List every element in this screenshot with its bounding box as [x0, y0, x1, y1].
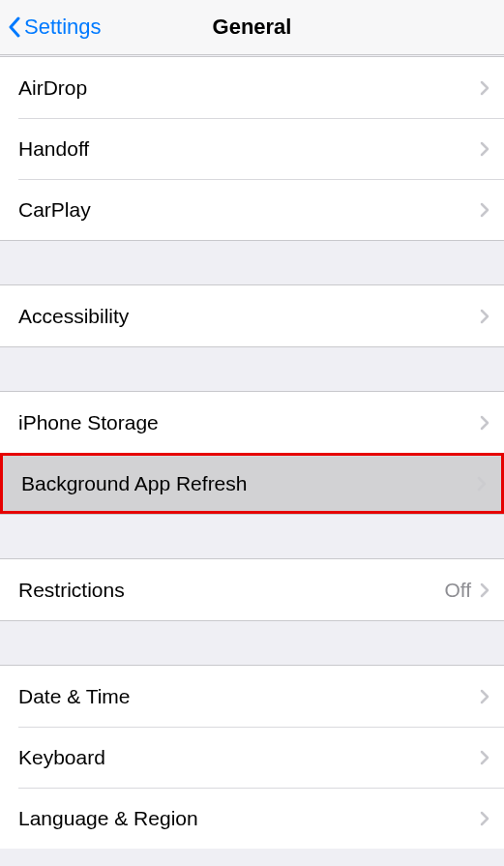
section-regional: Date & Time Keyboard Language & Region	[0, 666, 504, 849]
row-label: Background App Refresh	[21, 472, 477, 495]
row-restrictions[interactable]: Restrictions Off	[0, 559, 504, 620]
row-label: Restrictions	[18, 579, 444, 602]
row-label: Language & Region	[18, 807, 480, 830]
chevron-right-icon	[480, 689, 489, 704]
row-handoff[interactable]: Handoff	[0, 118, 504, 179]
row-label: iPhone Storage	[18, 411, 480, 434]
chevron-right-icon	[480, 415, 489, 431]
row-language-region[interactable]: Language & Region	[0, 788, 504, 849]
row-background-app-refresh[interactable]: Background App Refresh	[0, 453, 504, 514]
row-label: CarPlay	[18, 198, 480, 222]
row-label: AirDrop	[18, 76, 480, 100]
chevron-right-icon	[480, 811, 489, 826]
group-spacer	[0, 514, 504, 559]
section-connectivity: AirDrop Handoff CarPlay	[0, 57, 504, 240]
group-spacer	[0, 620, 504, 666]
chevron-right-icon	[477, 476, 487, 492]
row-label: Keyboard	[18, 746, 480, 769]
row-date-time[interactable]: Date & Time	[0, 666, 504, 727]
chevron-left-icon	[8, 16, 20, 38]
navigation-bar: Settings General	[0, 0, 504, 55]
section-storage: iPhone Storage Background App Refresh	[0, 392, 504, 514]
row-carplay[interactable]: CarPlay	[0, 179, 504, 240]
chevron-right-icon	[480, 202, 489, 218]
chevron-right-icon	[480, 309, 489, 324]
chevron-right-icon	[480, 80, 489, 96]
row-label: Accessibility	[18, 305, 480, 328]
row-detail: Off	[444, 579, 471, 602]
row-label: Handoff	[18, 137, 480, 161]
row-iphone-storage[interactable]: iPhone Storage	[0, 392, 504, 453]
row-keyboard[interactable]: Keyboard	[0, 727, 504, 788]
section-restrictions: Restrictions Off	[0, 559, 504, 620]
row-accessibility[interactable]: Accessibility	[0, 285, 504, 346]
chevron-right-icon	[480, 582, 489, 598]
page-title: General	[213, 15, 292, 40]
back-label: Settings	[24, 15, 102, 40]
row-label: Date & Time	[18, 685, 480, 708]
chevron-right-icon	[480, 750, 489, 765]
chevron-right-icon	[480, 141, 489, 157]
row-airdrop[interactable]: AirDrop	[0, 57, 504, 118]
back-button[interactable]: Settings	[8, 15, 102, 40]
group-spacer	[0, 346, 504, 392]
section-accessibility: Accessibility	[0, 285, 504, 346]
group-spacer	[0, 240, 504, 285]
